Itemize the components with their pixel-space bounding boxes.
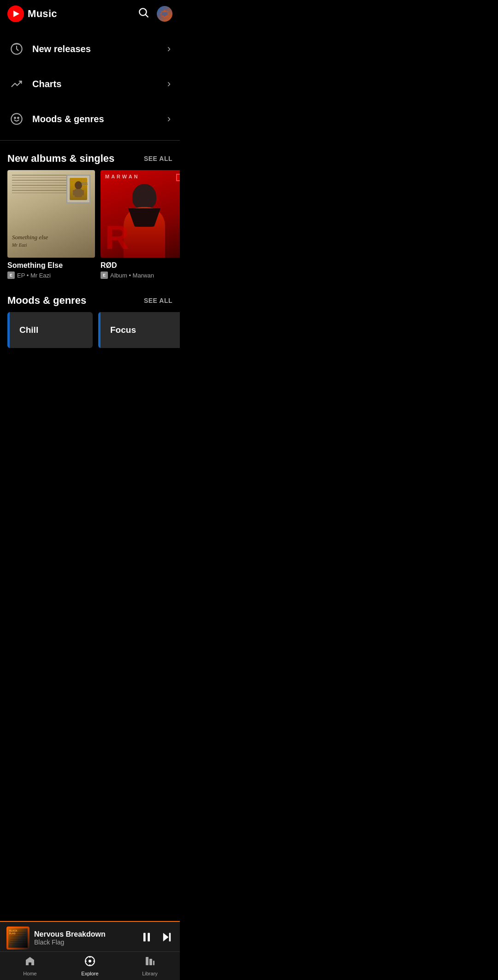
new-releases-chevron-icon: ›	[167, 43, 171, 55]
album-art-rod: MARWAN R	[101, 170, 180, 258]
album-type-rod: Album • Marwan	[110, 272, 154, 279]
album-card-rod[interactable]: MARWAN R RØD E Album • Marwan	[101, 170, 180, 279]
albums-section-header: New albums & singles SEE ALL	[0, 144, 180, 170]
trending-icon	[9, 77, 24, 91]
mood-card-chill[interactable]: Chill	[7, 312, 93, 348]
albums-scroll-container[interactable]: 2021 Something elseMr Eazi Something Els…	[0, 170, 180, 286]
svg-point-4	[14, 117, 16, 118]
nav-item-charts[interactable]: Charts ›	[0, 66, 180, 101]
charts-label: Charts	[32, 79, 61, 89]
moods-scroll-container[interactable]: Chill Focus Party	[0, 312, 180, 355]
album-card-something-else[interactable]: 2021 Something elseMr Eazi Something Els…	[7, 170, 95, 279]
album-title-rod: RØD	[101, 261, 180, 270]
albums-section-title: New albums & singles	[7, 153, 114, 165]
main-nav: New releases › Charts ›	[0, 28, 180, 136]
moods-section-header: Moods & genres SEE ALL	[0, 286, 180, 312]
focus-label: Focus	[106, 325, 136, 335]
album-type-something-else: EP • Mr Eazi	[17, 272, 51, 279]
album-title-something-else: Something Else	[7, 261, 95, 270]
header-right	[137, 6, 172, 22]
mood-icon	[9, 112, 24, 126]
explicit-badge-something-else: E	[7, 272, 15, 279]
user-avatar[interactable]	[157, 6, 172, 22]
youtube-music-logo	[7, 6, 24, 22]
play-triangle-icon	[13, 11, 19, 17]
music-badge-icon	[9, 41, 24, 56]
explicit-badge-rod: E	[101, 272, 108, 279]
moods-genres-label: Moods & genres	[32, 114, 104, 124]
nav-item-moods-genres[interactable]: Moods & genres ›	[0, 101, 180, 136]
svg-point-5	[18, 117, 19, 118]
new-albums-section: New albums & singles SEE ALL	[0, 144, 180, 286]
charts-chevron-icon: ›	[167, 78, 171, 90]
album-meta-rod: E Album • Marwan	[101, 272, 180, 279]
svg-rect-8	[73, 190, 75, 195]
moods-genres-chevron-icon: ›	[167, 113, 171, 125]
chill-label: Chill	[15, 325, 38, 335]
new-releases-label: New releases	[32, 44, 91, 54]
album-meta-something-else: E EP • Mr Eazi	[7, 272, 95, 279]
search-button[interactable]	[137, 6, 149, 21]
album-art-something-else: 2021 Something elseMr Eazi	[7, 170, 95, 258]
moods-see-all-button[interactable]: SEE ALL	[144, 297, 172, 304]
moods-section: Moods & genres SEE ALL Chill Focus Party	[0, 286, 180, 355]
albums-see-all-button[interactable]: SEE ALL	[144, 155, 172, 162]
section-divider	[0, 140, 180, 141]
app-title: Music	[28, 8, 57, 20]
moods-section-title: Moods & genres	[7, 295, 86, 307]
app-header: Music	[0, 0, 180, 28]
header-left: Music	[7, 6, 57, 22]
nav-item-new-releases[interactable]: New releases ›	[0, 31, 180, 66]
focus-accent	[98, 312, 101, 348]
svg-point-3	[11, 113, 22, 124]
mood-card-focus[interactable]: Focus	[98, 312, 180, 348]
chill-accent	[7, 312, 10, 348]
svg-line-1	[146, 15, 148, 17]
